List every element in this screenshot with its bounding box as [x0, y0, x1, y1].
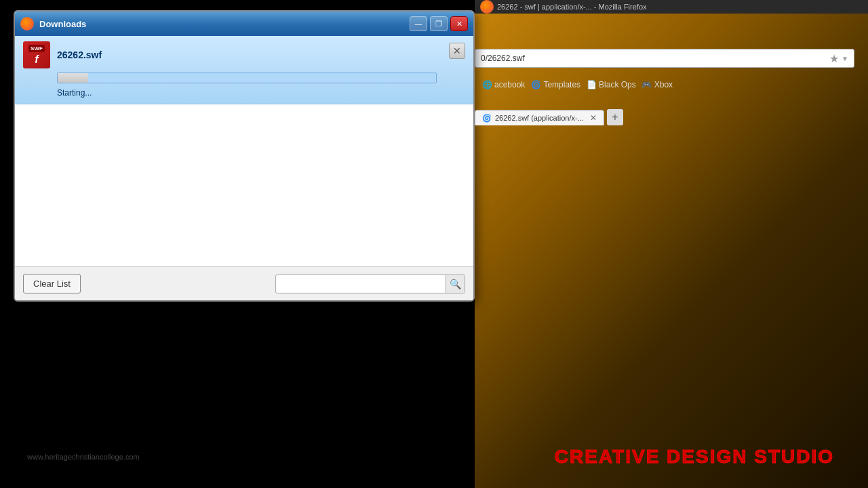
- window-controls: — ❐ ✕: [410, 16, 468, 31]
- search-input[interactable]: [276, 277, 446, 291]
- templates-icon: 🌀: [530, 79, 541, 90]
- browser-top-bar: 26262 - swf | application/x-... - Mozill…: [475, 0, 868, 14]
- search-button[interactable]: 🔍: [446, 274, 465, 293]
- tab-close-button[interactable]: ✕: [590, 113, 597, 123]
- title-bar-text: Downloads: [39, 19, 404, 29]
- star-icon[interactable]: ★: [829, 52, 839, 65]
- title-bar: Downloads — ❐ ✕: [15, 12, 473, 36]
- tab-bar: 🌀 26262.swf (application/x-... ✕ +: [475, 105, 868, 125]
- firefox-icon: [480, 0, 494, 14]
- xbox-icon: 🎮: [642, 79, 652, 90]
- download-cancel-button[interactable]: ✕: [449, 43, 465, 59]
- downloads-content: SWF f 26262.swf Starting... ✕: [15, 36, 473, 266]
- bookmark-templates[interactable]: 🌀 Templates: [530, 79, 580, 90]
- tab-label: 26262.swf (application/x-...: [495, 114, 584, 122]
- search-box: 🔍: [275, 274, 465, 293]
- facebook-icon: 🌐: [481, 79, 492, 90]
- bookmarks-bar: 🌐 acebook 🌀 Templates 📄 Black Ops 🎮 Xbox: [475, 75, 868, 95]
- file-icon: SWF f: [23, 41, 50, 68]
- title-bar-icon: [20, 17, 34, 30]
- downloads-window: Downloads — ❐ ✕ SWF f 26262.swf Starting…: [14, 10, 475, 302]
- progress-bar-fill: [58, 73, 88, 83]
- new-tab-button[interactable]: +: [607, 109, 623, 125]
- bookmark-templates-label: Templates: [543, 80, 580, 89]
- progress-bar-container: [57, 73, 437, 83]
- download-progress-area: Starting...: [57, 73, 465, 98]
- active-tab[interactable]: 🌀 26262.swf (application/x-... ✕: [475, 110, 604, 125]
- download-status: Starting...: [57, 88, 92, 98]
- close-button[interactable]: ✕: [450, 16, 468, 31]
- download-item: SWF f 26262.swf Starting... ✕: [15, 36, 473, 104]
- address-text: 0/26262.swf: [481, 54, 827, 63]
- bookmark-blackops[interactable]: 📄 Black Ops: [586, 79, 636, 90]
- restore-button[interactable]: ❐: [430, 16, 448, 31]
- address-bar[interactable]: 0/26262.swf ★ ▼: [475, 49, 854, 68]
- bookmark-blackops-label: Black Ops: [599, 80, 636, 89]
- browser-title: 26262 - swf | application/x-... - Mozill…: [497, 3, 647, 11]
- blackops-icon: 📄: [586, 79, 597, 90]
- watermark: www.heritagechristiancollege.com: [27, 453, 140, 461]
- bookmark-facebook[interactable]: 🌐 acebook: [481, 79, 525, 90]
- watermark-text: www.heritagechristiancollege.com: [27, 453, 140, 461]
- file-type-label: SWF: [28, 45, 45, 52]
- bookmark-xbox-label: Xbox: [654, 80, 673, 89]
- bookmark-xbox[interactable]: 🎮 Xbox: [642, 79, 673, 90]
- download-item-header: SWF f 26262.swf: [23, 41, 465, 68]
- clear-list-button[interactable]: Clear List: [23, 274, 81, 293]
- flash-icon: f: [35, 54, 38, 66]
- download-filename: 26262.swf: [57, 49, 102, 60]
- downloads-footer: Clear List 🔍: [15, 266, 473, 300]
- browser-background: [475, 0, 868, 488]
- minimize-button[interactable]: —: [410, 16, 427, 31]
- studio-text: CREATIVE DESIGN STUDIO: [555, 446, 834, 468]
- bookmark-facebook-label: acebook: [494, 80, 525, 89]
- tab-icon: 🌀: [482, 114, 492, 123]
- dropdown-icon[interactable]: ▼: [842, 55, 848, 62]
